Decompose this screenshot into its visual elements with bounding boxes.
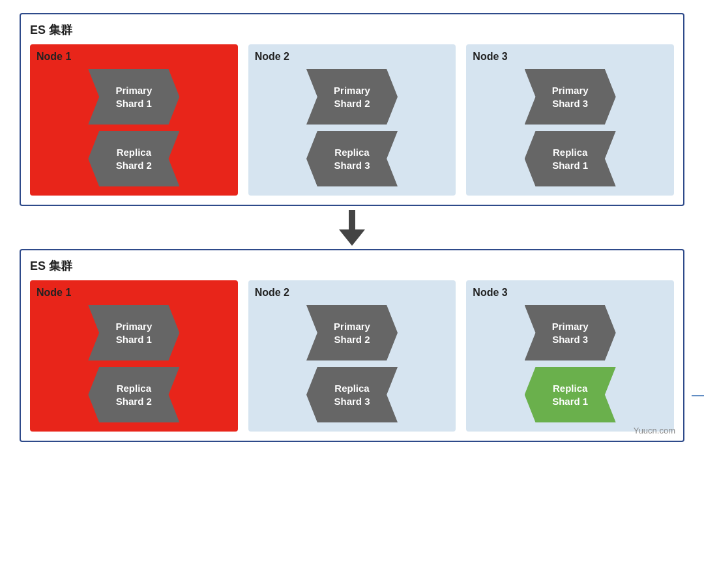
bot-node1-shard2: ReplicaShard 2 [88, 367, 179, 422]
bottom-cluster: ES 集群 Node 1 PrimaryShard 1 ReplicaShard… [20, 249, 684, 442]
bot-node1-shard1: PrimaryShard 1 [88, 305, 179, 360]
top-node1-shards: PrimaryShard 1 ReplicaShard 2 [37, 69, 231, 186]
annotation-group: 升级为 Primary Shard 1 [692, 377, 704, 413]
bot-node1-shards: PrimaryShard 1 ReplicaShard 2 [37, 305, 231, 422]
top-node2-shard2: ReplicaShard 3 [306, 131, 398, 186]
bot-node2-shard2: ReplicaShard 3 [306, 367, 398, 422]
top-node2: Node 2 PrimaryShard 2 ReplicaShard 3 [248, 44, 456, 196]
top-node3-shard1: PrimaryShard 3 [525, 69, 616, 125]
bot-node2-shards: PrimaryShard 2 ReplicaShard 3 [255, 305, 450, 422]
bot-node1: Node 1 PrimaryShard 1 ReplicaShard 2 [30, 280, 238, 432]
bottom-nodes-row: Node 1 PrimaryShard 1 ReplicaShard 2 Nod… [30, 280, 674, 432]
bot-node3-shard1-text: PrimaryShard 3 [552, 320, 589, 345]
bot-node3: Node 3 PrimaryShard 3 ReplicaShard 1 升级为 [466, 280, 674, 432]
bot-node2-shard1-text: PrimaryShard 2 [334, 320, 370, 345]
top-node1-shard2-text: ReplicaShard 2 [116, 146, 152, 171]
top-node1-shard1: PrimaryShard 1 [88, 69, 179, 125]
top-node1-label: Node 1 [37, 51, 231, 63]
arrow-down-container [339, 211, 365, 244]
bot-node2-shard2-text: ReplicaShard 3 [334, 382, 370, 407]
top-node3-label: Node 3 [473, 51, 667, 63]
bot-node3-shard2-text: ReplicaShard 1 [552, 382, 588, 407]
top-node2-shard2-text: ReplicaShard 3 [334, 146, 370, 171]
top-cluster-title: ES 集群 [30, 22, 674, 38]
top-node2-shard1: PrimaryShard 2 [306, 69, 398, 125]
bot-node2: Node 2 PrimaryShard 2 ReplicaShard 3 [248, 280, 456, 432]
bot-node3-shard2: ReplicaShard 1 [525, 367, 616, 422]
top-node2-label: Node 2 [255, 51, 450, 63]
top-node1-shard2: ReplicaShard 2 [88, 131, 179, 186]
watermark: Yuucn.com [634, 426, 675, 435]
top-node3-shards: PrimaryShard 3 ReplicaShard 1 [473, 69, 667, 186]
svg-marker-1 [339, 229, 365, 246]
top-node3-shard1-text: PrimaryShard 3 [552, 84, 589, 110]
bot-node3-label: Node 3 [473, 287, 667, 299]
bottom-cluster-title: ES 集群 [30, 258, 674, 274]
bot-node1-shard1-text: PrimaryShard 1 [115, 320, 152, 345]
bot-node2-shard1: PrimaryShard 2 [306, 305, 398, 360]
top-cluster: ES 集群 Node 1 PrimaryShard 1 ReplicaShard… [20, 13, 684, 206]
top-node2-shards: PrimaryShard 2 ReplicaShard 3 [255, 69, 450, 186]
top-node2-shard1-text: PrimaryShard 2 [334, 84, 370, 110]
svg-rect-0 [349, 210, 355, 231]
top-node1-shard1-text: PrimaryShard 1 [115, 84, 152, 110]
annotation-connector-icon [692, 379, 704, 412]
bot-node1-label: Node 1 [37, 287, 231, 299]
bot-node3-shard1: PrimaryShard 3 [525, 305, 616, 360]
top-nodes-row: Node 1 PrimaryShard 1 ReplicaShard 2 Nod… [30, 44, 674, 196]
top-node3-shard2: ReplicaShard 1 [525, 131, 616, 186]
bot-node2-label: Node 2 [255, 287, 450, 299]
bot-node3-shards: PrimaryShard 3 ReplicaShard 1 [473, 305, 667, 422]
bot-node1-shard2-text: ReplicaShard 2 [116, 382, 152, 407]
top-node3: Node 3 PrimaryShard 3 ReplicaShard 1 [466, 44, 674, 196]
top-node1: Node 1 PrimaryShard 1 ReplicaShard 2 [30, 44, 238, 196]
down-arrow-icon [339, 210, 365, 246]
top-node3-shard2-text: ReplicaShard 1 [552, 146, 588, 171]
